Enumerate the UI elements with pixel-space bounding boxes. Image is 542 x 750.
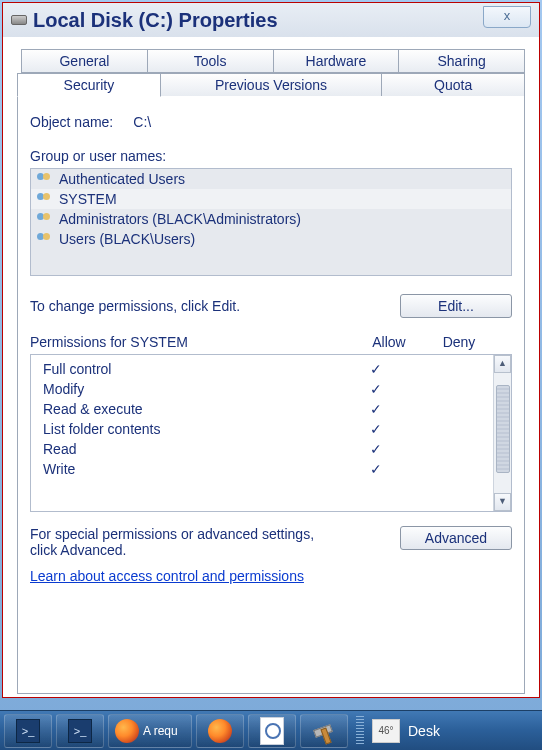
object-name-value: C:\ [133,114,151,130]
hammer-icon [311,718,337,744]
taskbar-powershell-2[interactable]: >_ [56,714,104,748]
taskbar-firefox-label: A requ [143,724,178,738]
object-name-label: Object name: [30,114,113,130]
permission-allow: ✓ [341,421,411,437]
permission-name: Read & execute [43,401,341,417]
tab-row-bottom: Security Previous Versions Quota [17,73,525,97]
temperature-widget[interactable]: 46° [372,719,400,743]
tab-sharing[interactable]: Sharing [399,49,525,73]
window-title: Local Disk (C:) Properties [33,9,278,32]
tab-hardware[interactable]: Hardware [274,49,400,73]
tab-previous-versions[interactable]: Previous Versions [161,73,383,97]
users-group-icon [37,213,53,226]
security-panel: Object name: C:\ Group or user names: Au… [17,96,525,694]
permission-allow: ✓ [341,441,411,457]
object-name-row: Object name: C:\ [30,114,512,130]
users-group-icon [37,173,53,186]
group-user-names-label: Group or user names: [30,148,512,164]
taskbar-firefox-2[interactable] [196,714,244,748]
list-item[interactable]: Administrators (BLACK\Administrators) [31,209,511,229]
permission-name: Full control [43,361,341,377]
advanced-row: For special permissions or advanced sett… [30,526,512,558]
dialog-body: General Tools Hardware Sharing Security … [3,37,539,697]
permission-row: Full control✓ [31,359,511,379]
titlebar[interactable]: Local Disk (C:) Properties x [3,3,539,37]
permissions-header: Permissions for SYSTEM Allow Deny [30,334,512,350]
taskbar-powershell-1[interactable]: >_ [4,714,52,748]
taskbar-firefox-window[interactable]: A requ [108,714,192,748]
permission-allow: ✓ [341,361,411,377]
permission-name: Modify [43,381,341,397]
list-item-label: Authenticated Users [59,171,185,187]
list-item[interactable]: Authenticated Users [31,169,511,189]
permission-name: Write [43,461,341,477]
column-deny: Deny [424,334,494,350]
list-item-label: SYSTEM [59,191,117,207]
users-group-icon [37,193,53,206]
show-desktop-button[interactable]: Desk [404,723,444,739]
tab-quota[interactable]: Quota [382,73,525,97]
taskbar-image-viewer[interactable] [248,714,296,748]
tab-tools[interactable]: Tools [148,49,274,73]
firefox-icon [208,719,232,743]
list-item[interactable]: SYSTEM [31,189,511,209]
permission-row: List folder contents✓ [31,419,511,439]
tab-security[interactable]: Security [17,73,161,97]
advanced-hint: For special permissions or advanced sett… [30,526,340,558]
list-item-label: Users (BLACK\Users) [59,231,195,247]
permission-row: Read✓ [31,439,511,459]
powershell-icon: >_ [16,719,40,743]
tab-row-top: General Tools Hardware Sharing [21,49,525,73]
close-button[interactable]: x [483,6,531,28]
properties-window: Local Disk (C:) Properties x General Too… [2,2,540,698]
drive-icon [11,15,27,25]
group-user-list[interactable]: Authenticated UsersSYSTEMAdministrators … [30,168,512,276]
permission-name: Read [43,441,341,457]
taskbar-separator [356,716,364,746]
list-item-label: Administrators (BLACK\Administrators) [59,211,301,227]
list-item[interactable]: Users (BLACK\Users) [31,229,511,249]
powershell-icon: >_ [68,719,92,743]
edit-row: To change permissions, click Edit. Edit.… [30,294,512,318]
taskbar[interactable]: >_ >_ A requ 46° Desk [0,710,542,750]
permissions-title: Permissions for SYSTEM [30,334,354,350]
permission-row: Modify✓ [31,379,511,399]
permission-row: Write✓ [31,459,511,479]
tab-general[interactable]: General [21,49,148,73]
firefox-icon [115,719,139,743]
permission-row: Read & execute✓ [31,399,511,419]
magnifier-icon [260,717,284,745]
permission-name: List folder contents [43,421,341,437]
taskbar-build-tool[interactable] [300,714,348,748]
scroll-up-icon[interactable]: ▲ [494,355,511,373]
scroll-thumb[interactable] [496,385,510,473]
users-group-icon [37,233,53,246]
permissions-list[interactable]: Full control✓Modify✓Read & execute✓List … [30,354,512,512]
scroll-down-icon[interactable]: ▼ [494,493,511,511]
column-allow: Allow [354,334,424,350]
edit-button[interactable]: Edit... [400,294,512,318]
permission-allow: ✓ [341,401,411,417]
permission-allow: ✓ [341,461,411,477]
help-link[interactable]: Learn about access control and permissio… [30,568,512,584]
permission-allow: ✓ [341,381,411,397]
advanced-button[interactable]: Advanced [400,526,512,550]
edit-hint: To change permissions, click Edit. [30,298,240,314]
scrollbar[interactable]: ▲ ▼ [493,355,511,511]
